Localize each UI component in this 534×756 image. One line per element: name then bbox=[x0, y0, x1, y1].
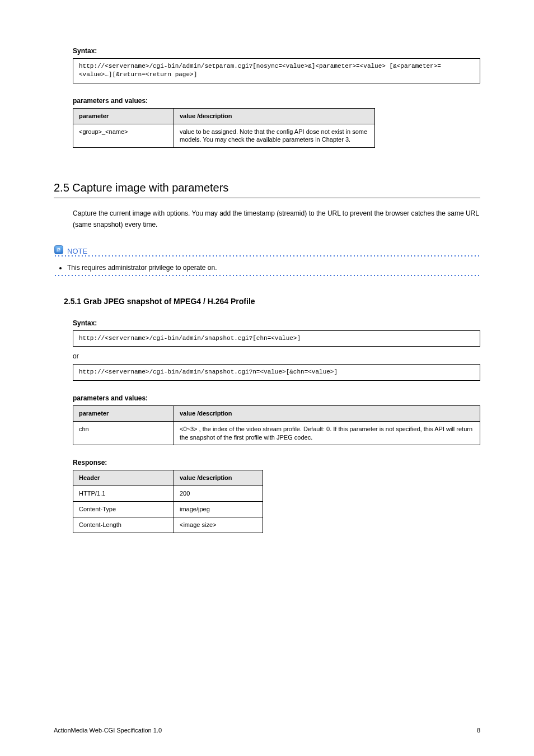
page-footer: ActionMedia Web-CGI Specification 1.0 8 bbox=[54, 727, 480, 734]
svg-text:P: P bbox=[57, 248, 60, 253]
or-label: or bbox=[73, 351, 480, 362]
table-row: Content-Type image/jpeg bbox=[73, 502, 263, 517]
table-header: Header bbox=[73, 470, 174, 486]
table-row: <group>_<name> value to be assigned. Not… bbox=[73, 124, 375, 148]
note-block: P NOTE This requires administrator privi… bbox=[54, 245, 480, 278]
table-cell: Content-Type bbox=[73, 502, 174, 517]
table-cell: image/jpeg bbox=[174, 502, 263, 517]
syntax-code-block: http://<servername>/cgi-bin/admin/snapsh… bbox=[73, 330, 480, 347]
table-cell: Content-Length bbox=[73, 517, 174, 533]
section-heading: 2.5 Capture image with parameters bbox=[54, 181, 480, 194]
syntax-code-block: http://<servername>/cgi-bin/admin/snapsh… bbox=[73, 364, 480, 380]
table-row: HTTP/1.1 200 bbox=[73, 486, 263, 502]
section-body-text: Capture the current image with options. … bbox=[73, 208, 480, 230]
param-table-2: parameter value /description chn <0~3> ,… bbox=[73, 405, 480, 446]
note-rule-bottom bbox=[54, 273, 480, 278]
table-cell: <group>_<name> bbox=[73, 124, 174, 148]
table-cell: value to be assigned. Note that the conf… bbox=[174, 124, 375, 148]
note-label: NOTE bbox=[67, 247, 87, 256]
table-cell: HTTP/1.1 bbox=[73, 486, 174, 502]
table-row: Header value /description bbox=[73, 470, 263, 486]
table-row: parameter value /description bbox=[73, 405, 480, 421]
syntax-code-block: http://<servername>/cgi-bin/admin/setpar… bbox=[73, 58, 480, 83]
table-header: parameter bbox=[73, 108, 174, 124]
table-header: parameter bbox=[73, 405, 174, 421]
note-item: This requires administrator privilege to… bbox=[67, 263, 480, 273]
heading-rule bbox=[54, 198, 480, 198]
note-rule-top bbox=[54, 254, 480, 258]
response-table: Header value /description HTTP/1.1 200 C… bbox=[73, 470, 263, 533]
response-label: Response: bbox=[73, 459, 480, 466]
table-row: chn <0~3> , the index of the video strea… bbox=[73, 421, 480, 445]
footer-left: ActionMedia Web-CGI Specification 1.0 bbox=[54, 727, 162, 734]
table-header: value /description bbox=[174, 108, 375, 124]
note-icon: P bbox=[54, 245, 64, 255]
table-header: value /description bbox=[174, 470, 263, 486]
syntax-label: Syntax: bbox=[73, 319, 480, 327]
param-label: parameters and values: bbox=[73, 394, 480, 402]
footer-page-number: 8 bbox=[477, 727, 480, 734]
table-cell: chn bbox=[73, 421, 174, 445]
param-label: parameters and values: bbox=[73, 97, 480, 105]
table-cell: <0~3> , the index of the video stream pr… bbox=[174, 421, 480, 445]
subsection-heading: 2.5.1 Grab JPEG snapshot of MPEG4 / H.26… bbox=[64, 297, 480, 306]
table-row: Content-Length <image size> bbox=[73, 517, 263, 533]
table-cell: 200 bbox=[174, 486, 263, 502]
syntax-label: Syntax: bbox=[73, 47, 480, 55]
table-cell: <image size> bbox=[174, 517, 263, 533]
table-row: parameter value /description bbox=[73, 108, 375, 124]
param-table-1: parameter value /description <group>_<na… bbox=[73, 108, 375, 148]
table-header: value /description bbox=[174, 405, 480, 421]
